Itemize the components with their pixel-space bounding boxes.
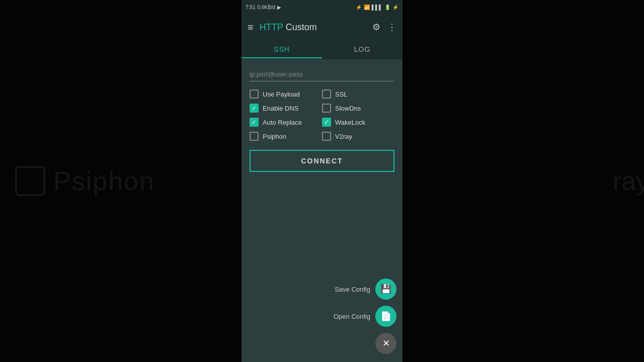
checkbox-use-payload-label: Use Payload <box>263 90 300 98</box>
wifi-icon: 📶 <box>364 5 370 10</box>
bg-overlay-right <box>403 0 644 362</box>
open-config-button[interactable]: 📄 <box>375 306 396 327</box>
checkbox-psiphon-box[interactable] <box>250 132 259 141</box>
open-config-icon: 📄 <box>380 311 391 322</box>
signal-icon: ▌▌▌ <box>372 5 382 10</box>
checkbox-auto-replace-label: Auto Replace <box>263 119 302 126</box>
checkbox-ssl-box[interactable] <box>322 89 331 99</box>
open-config-label: Open Config <box>334 313 370 320</box>
fab-open-config-row: Open Config 📄 <box>334 306 396 327</box>
bg-overlay-left <box>0 0 242 362</box>
status-time: 7:51 <box>246 5 255 10</box>
phone-frame: 7:51 0.6KB/d ▶ ⚡ 📶 ▌▌▌ 🔋 ⚡ ≡ HTTP Custom… <box>242 0 403 362</box>
title-custom: Custom <box>283 22 317 32</box>
status-bar: 7:51 0.6KB/d ▶ ⚡ 📶 ▌▌▌ 🔋 ⚡ <box>242 0 403 14</box>
checkbox-wakelock[interactable]: WakeLock <box>322 118 394 127</box>
checkbox-use-payload[interactable]: Use Payload <box>250 89 322 99</box>
ssh-input[interactable] <box>250 67 394 81</box>
checkbox-wakelock-box[interactable] <box>322 118 331 127</box>
header-icons: ⚙ ⋮ <box>372 22 396 33</box>
status-icons: ⚡ 📶 ▌▌▌ 🔋 ⚡ <box>356 5 398 10</box>
connect-button[interactable]: CONNECT <box>250 150 394 172</box>
save-config-button[interactable]: 💾 <box>375 279 396 300</box>
close-icon: ✕ <box>382 338 390 349</box>
checkbox-v2ray[interactable]: V2ray <box>322 132 394 141</box>
close-fab-button[interactable]: ✕ <box>375 333 396 354</box>
checkbox-enable-dns[interactable]: Enable DNS <box>250 104 322 113</box>
checkbox-grid: Use Payload SSL Enable DNS SlowDns Auto … <box>250 89 394 141</box>
checkbox-slow-dns-box[interactable] <box>322 104 331 113</box>
battery-icon: 🔋 <box>384 5 390 10</box>
checkbox-psiphon[interactable]: Psiphon <box>250 132 322 141</box>
fab-close-row: ✕ <box>375 333 396 354</box>
tabs: SSH LOG <box>242 40 403 59</box>
checkbox-auto-replace[interactable]: Auto Replace <box>250 118 322 127</box>
checkbox-slow-dns-label: SlowDns <box>335 105 361 112</box>
status-speed: 0.6KB/d <box>257 5 275 10</box>
checkbox-psiphon-label: Psiphon <box>263 133 286 140</box>
checkbox-v2ray-label: V2ray <box>335 133 352 140</box>
save-config-label: Save Config <box>335 286 370 293</box>
checkbox-wakelock-label: WakeLock <box>335 119 365 126</box>
app-title: HTTP Custom <box>260 22 366 33</box>
hamburger-menu[interactable]: ≡ <box>248 22 254 33</box>
status-time-data: 7:51 0.6KB/d ▶ <box>246 5 281 10</box>
save-config-icon: 💾 <box>380 284 391 295</box>
checkbox-ssl-label: SSL <box>335 90 348 98</box>
fab-save-config-row: Save Config 💾 <box>335 279 396 300</box>
checkbox-v2ray-box[interactable] <box>322 132 331 141</box>
checkbox-use-payload-box[interactable] <box>250 89 259 99</box>
fab-area: Save Config 💾 Open Config 📄 ✕ <box>334 279 396 354</box>
bluetooth-icon: ⚡ <box>356 5 362 10</box>
checkbox-slow-dns[interactable]: SlowDns <box>322 104 394 113</box>
main-content: Use Payload SSL Enable DNS SlowDns Auto … <box>242 59 403 362</box>
title-http: HTTP <box>260 22 283 32</box>
charge-icon: ⚡ <box>392 5 398 10</box>
tab-log[interactable]: LOG <box>322 40 403 58</box>
ssh-input-wrapper <box>250 67 394 81</box>
app-header: ≡ HTTP Custom ⚙ ⋮ <box>242 14 403 40</box>
settings-icon[interactable]: ⚙ <box>372 22 380 33</box>
checkbox-ssl[interactable]: SSL <box>322 89 394 99</box>
status-video-icon: ▶ <box>277 5 281 10</box>
checkbox-enable-dns-label: Enable DNS <box>263 105 299 112</box>
checkbox-enable-dns-box[interactable] <box>250 104 259 113</box>
checkbox-auto-replace-box[interactable] <box>250 118 259 127</box>
tab-ssh[interactable]: SSH <box>242 40 322 58</box>
more-options-icon[interactable]: ⋮ <box>387 22 396 33</box>
